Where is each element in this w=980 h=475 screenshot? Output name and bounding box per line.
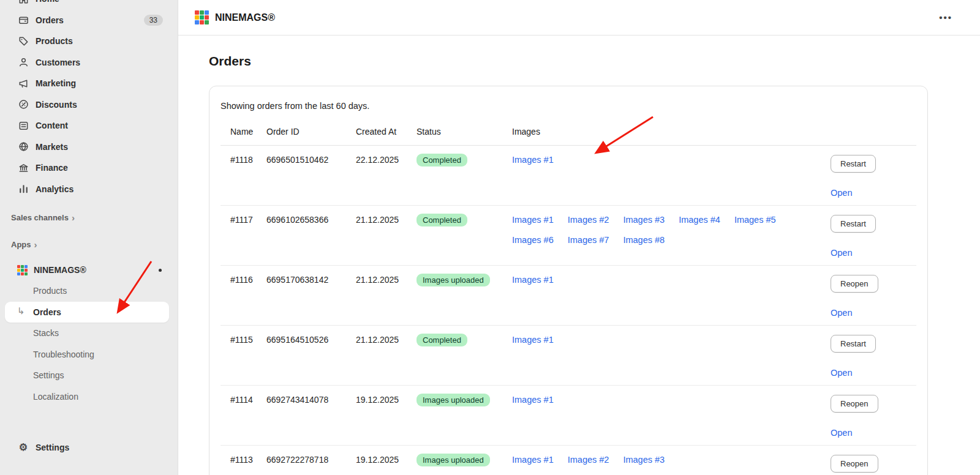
image-link[interactable]: Images #1	[512, 395, 554, 405]
chevron-right-icon: ›	[72, 213, 75, 222]
reopen-button[interactable]: Reopen	[831, 275, 878, 293]
sidebar-item-products[interactable]: Products	[0, 31, 178, 52]
order-id: 6692743414078	[266, 386, 356, 446]
markets-icon	[17, 141, 29, 153]
status-badge: Images uploaded	[417, 274, 490, 286]
products-icon	[17, 35, 29, 47]
gear-icon: ⚙	[17, 441, 29, 454]
ninemags-logo-icon	[195, 10, 209, 24]
orders-count-badge: 33	[144, 15, 163, 26]
open-link[interactable]: Open	[831, 308, 852, 318]
sidebar-item-label: Discounts	[36, 100, 77, 110]
image-link[interactable]: Images #1	[512, 215, 554, 225]
image-link[interactable]: Images #7	[568, 235, 609, 245]
sidebar-item-label: Content	[36, 121, 68, 130]
app-brand: NINEMAGS®	[195, 10, 275, 24]
order-id: 6695164510526	[266, 326, 356, 386]
image-link[interactable]: Images #3	[623, 455, 665, 465]
apps-header[interactable]: Apps ›	[0, 236, 178, 253]
app-subnav: Products↳OrdersStacksTroubleshootingSett…	[0, 280, 178, 407]
restart-button[interactable]: Restart	[831, 335, 876, 353]
sidebar-subitem-products[interactable]: Products	[5, 280, 169, 302]
discounts-icon	[17, 99, 29, 111]
order-row: #1117669610265836621.12.2025CompletedIma…	[221, 206, 916, 266]
sidebar-subitem-settings[interactable]: Settings	[5, 365, 169, 386]
image-link[interactable]: Images #6	[512, 235, 554, 245]
open-link[interactable]: Open	[831, 248, 852, 258]
sidebar-item-label: Customers	[36, 58, 80, 67]
sidebar-item-label: Markets	[36, 142, 68, 152]
sales-channels-header[interactable]: Sales channels ›	[0, 209, 178, 226]
ninemags-app-label: NINEMAGS®	[34, 265, 86, 275]
sidebar-item-markets[interactable]: Markets	[0, 137, 178, 158]
order-row: #1118669650151046222.12.2025CompletedIma…	[221, 146, 916, 206]
status-badge: Images uploaded	[417, 454, 490, 466]
image-link[interactable]: Images #5	[734, 215, 776, 225]
order-created-at: 21.12.2025	[356, 206, 417, 266]
sidebar-item-analytics[interactable]: Analytics	[0, 179, 178, 200]
sidebar-item-marketing[interactable]: Marketing	[0, 73, 178, 94]
order-name: #1116	[221, 266, 266, 326]
order-created-at: 22.12.2025	[356, 146, 417, 206]
sidebar-item-label: Products	[36, 36, 73, 46]
restart-button[interactable]: Restart	[831, 215, 876, 233]
sidebar-item-label: Marketing	[36, 78, 76, 88]
images-links: Images #1	[512, 155, 826, 165]
analytics-icon	[17, 183, 29, 195]
column-header-images: Images	[512, 121, 831, 146]
apps-label: Apps	[11, 240, 31, 249]
image-link[interactable]: Images #1	[512, 455, 554, 465]
finance-icon	[17, 162, 29, 174]
sidebar-item-ninemags-app[interactable]: NINEMAGS®	[0, 260, 178, 280]
sidebar-item-home[interactable]: Home	[0, 0, 178, 10]
image-link[interactable]: Images #1	[512, 275, 554, 285]
sidebar-subitem-orders[interactable]: ↳Orders	[5, 302, 169, 323]
order-row: #1114669274341407819.12.2025Images uploa…	[221, 386, 916, 446]
sidebar-nav: HomeOrders33ProductsCustomersMarketingDi…	[0, 0, 178, 200]
sidebar-item-orders[interactable]: Orders33	[0, 10, 178, 31]
open-link[interactable]: Open	[831, 368, 852, 378]
open-link[interactable]: Open	[831, 428, 852, 438]
images-links: Images #1Images #2Images #3Images #4Imag…	[512, 215, 826, 245]
sidebar-item-label: Finance	[36, 163, 68, 173]
order-id: 6695170638142	[266, 266, 356, 326]
images-links: Images #1	[512, 395, 826, 405]
sidebar-subitem-label: Products	[33, 286, 67, 296]
sidebar-subitem-localization[interactable]: Localization	[5, 386, 169, 408]
order-name: #1114	[221, 386, 266, 446]
status-badge: Images uploaded	[417, 394, 490, 406]
image-link[interactable]: Images #3	[623, 215, 665, 225]
image-link[interactable]: Images #4	[679, 215, 720, 225]
sidebar-subitem-stacks[interactable]: Stacks	[5, 323, 169, 344]
image-link[interactable]: Images #2	[568, 215, 609, 225]
status-badge: Completed	[417, 334, 467, 346]
sidebar-item-customers[interactable]: Customers	[0, 52, 178, 73]
reopen-button[interactable]: Reopen	[831, 395, 878, 413]
order-row: #1113669272227871819.12.2025Images uploa…	[221, 446, 916, 475]
home-icon	[17, 0, 29, 5]
sidebar-subitem-label: Orders	[33, 307, 61, 317]
sidebar-item-content[interactable]: Content	[0, 115, 178, 137]
orders-table: NameOrder IDCreated AtStatusImages #1118…	[221, 121, 916, 475]
sidebar-subitem-label: Settings	[33, 370, 64, 380]
sidebar-subitem-troubleshooting[interactable]: Troubleshooting	[5, 344, 169, 365]
reopen-button[interactable]: Reopen	[831, 455, 878, 473]
more-menu-button[interactable]: •••	[939, 13, 952, 22]
sidebar-item-finance[interactable]: Finance	[0, 157, 178, 179]
image-link[interactable]: Images #8	[623, 235, 665, 245]
image-link[interactable]: Images #2	[568, 455, 609, 465]
topbar: NINEMAGS® •••	[178, 0, 980, 36]
sidebar-item-discounts[interactable]: Discounts	[0, 94, 178, 116]
order-created-at: 19.12.2025	[356, 386, 417, 446]
sidebar-item-label: Home	[36, 0, 59, 4]
open-link[interactable]: Open	[831, 188, 852, 198]
sidebar: HomeOrders33ProductsCustomersMarketingDi…	[0, 0, 178, 475]
sidebar-subitem-label: Stacks	[33, 328, 59, 338]
order-created-at: 19.12.2025	[356, 446, 417, 475]
image-link[interactable]: Images #1	[512, 335, 554, 345]
sidebar-item-settings[interactable]: ⚙ Settings	[0, 437, 178, 458]
restart-button[interactable]: Restart	[831, 155, 876, 173]
status-badge: Completed	[417, 214, 467, 226]
image-link[interactable]: Images #1	[512, 155, 554, 165]
app-notification-dot	[159, 269, 162, 272]
